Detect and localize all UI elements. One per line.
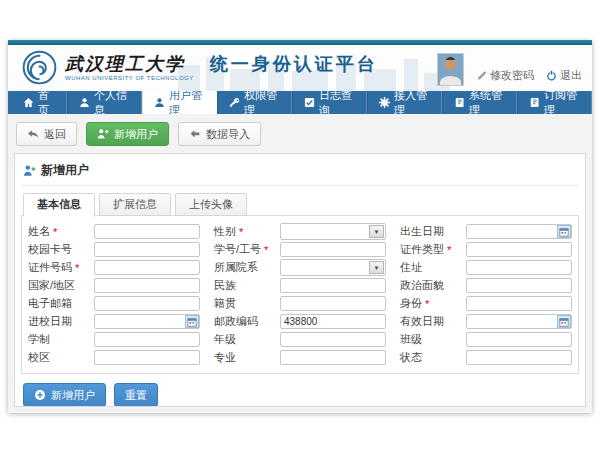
required-asterisk: * <box>75 262 79 274</box>
book-icon <box>529 97 540 108</box>
nav-item-label: 个人信息 <box>94 88 130 118</box>
gear-icon <box>379 97 390 108</box>
field-label: 姓名* <box>28 224 94 239</box>
key-icon <box>229 97 240 108</box>
field-label: 证件类型* <box>400 242 466 257</box>
nav-item-permission-management[interactable]: 权限管理 <box>217 91 292 114</box>
app-window: 武汉理工大学 WUHAN UNIVERSITY OF TECHNOLOGY 统一… <box>8 40 592 413</box>
campus-field[interactable] <box>94 350 200 365</box>
field-label: 所属院系 <box>214 260 280 275</box>
reset-button[interactable]: 重置 <box>114 383 158 407</box>
tab-extended-info[interactable]: 扩展信息 <box>99 193 171 216</box>
country-field[interactable] <box>94 278 200 293</box>
nav-item-access-management[interactable]: 接入管理 <box>367 91 442 114</box>
field-label: 学制 <box>28 332 94 347</box>
required-asterisk: * <box>447 244 451 256</box>
address-field[interactable] <box>466 260 572 275</box>
chevron-down-icon: ▼ <box>369 225 384 238</box>
avatar[interactable] <box>437 53 464 86</box>
add-user-toolbar-button[interactable]: 新增用户 <box>86 122 169 146</box>
nav-item-user-management[interactable]: 用户管理 <box>142 91 217 114</box>
header: 武汉理工大学 WUHAN UNIVERSITY OF TECHNOLOGY 统一… <box>8 45 592 91</box>
class-field[interactable] <box>466 332 572 347</box>
postal-code-field[interactable] <box>280 314 386 329</box>
form-field-row: 籍贯 <box>214 296 386 311</box>
required-asterisk: * <box>425 298 429 310</box>
home-icon <box>23 97 34 108</box>
nav-item-subscription-management[interactable]: 订阅管理 <box>517 91 592 114</box>
form-field-row: 学制 <box>28 332 200 347</box>
gender-select[interactable]: ▼ <box>280 223 386 240</box>
ethnicity-field[interactable] <box>280 278 386 293</box>
section-header: 新增用户 <box>21 159 579 186</box>
add-user-submit-button[interactable]: 新增用户 <box>23 383 106 407</box>
field-label: 国家/地区 <box>28 278 94 293</box>
nav-item-system-management[interactable]: 系统管理 <box>442 91 517 114</box>
form-field-row: 身份* <box>400 296 572 311</box>
email-field[interactable] <box>94 296 200 311</box>
field-label: 住址 <box>400 260 466 275</box>
nav-item-label: 用户管理 <box>169 88 205 118</box>
major-field[interactable] <box>280 350 386 365</box>
calendar-icon[interactable] <box>557 315 571 328</box>
political-status-field[interactable] <box>466 278 572 293</box>
form-field-row: 姓名* <box>28 224 200 239</box>
nav-item-label: 系统管理 <box>469 88 505 118</box>
tab-basic-info[interactable]: 基本信息 <box>23 193 95 217</box>
native-place-field[interactable] <box>280 296 386 311</box>
import-button[interactable]: 数据导入 <box>178 122 261 146</box>
form-field-row: 性别*▼ <box>214 224 386 239</box>
name-field[interactable] <box>94 224 200 239</box>
logout-link[interactable]: 退出 <box>546 68 582 83</box>
field-label: 进校日期 <box>28 314 94 329</box>
required-asterisk: * <box>239 226 243 238</box>
field-label: 证件号码* <box>28 260 94 275</box>
campus-card-field[interactable] <box>94 242 200 257</box>
calendar-icon[interactable] <box>185 315 199 328</box>
form-field-row: 专业 <box>214 350 386 365</box>
field-label: 有效日期 <box>400 314 466 329</box>
form-field-row: 年级 <box>214 332 386 347</box>
user-icon <box>154 97 165 108</box>
change-password-link[interactable]: 修改密码 <box>476 68 534 83</box>
field-label: 年级 <box>214 332 280 347</box>
nav-item-profile[interactable]: 个人信息 <box>67 91 142 114</box>
basic-info-form: 姓名*性别*▼出生日期校园卡号学号/工号*证件类型*证件号码*所属院系▼住址国家… <box>21 215 579 374</box>
form-field-row: 电子邮箱 <box>28 296 200 311</box>
calendar-icon[interactable] <box>557 225 571 238</box>
nav-item-label: 日志查询 <box>319 88 355 118</box>
main-nav: 首页个人信息用户管理权限管理日志查询接入管理系统管理订阅管理 <box>8 91 592 114</box>
id-type-field[interactable] <box>466 242 572 257</box>
field-label: 民族 <box>214 278 280 293</box>
form-field-row: 校区 <box>28 350 200 365</box>
user-icon <box>79 97 90 108</box>
form-field-row: 政治面貌 <box>400 278 572 293</box>
field-label: 状态 <box>400 350 466 365</box>
status-field[interactable] <box>466 350 572 365</box>
grade-field[interactable] <box>280 332 386 347</box>
power-icon <box>546 70 557 81</box>
field-label: 班级 <box>400 332 466 347</box>
id-number-field[interactable] <box>94 260 200 275</box>
form-field-row: 证件号码* <box>28 260 200 275</box>
nav-item-home[interactable]: 首页 <box>12 91 67 114</box>
university-name-block: 武汉理工大学 WUHAN UNIVERSITY OF TECHNOLOGY <box>65 54 194 81</box>
form-field-row: 出生日期 <box>400 224 572 239</box>
student-id-field[interactable] <box>280 242 386 257</box>
field-label: 政治面貌 <box>400 278 466 293</box>
nav-item-log-query[interactable]: 日志查询 <box>292 91 367 114</box>
back-button[interactable]: 返回 <box>16 122 77 146</box>
log-icon <box>304 97 315 108</box>
form-field-row: 有效日期 <box>400 314 572 329</box>
schooling-years-field[interactable] <box>94 332 200 347</box>
field-label: 出生日期 <box>400 224 466 239</box>
department-select[interactable]: ▼ <box>280 259 386 276</box>
identity-field[interactable] <box>466 296 572 311</box>
field-label: 专业 <box>214 350 280 365</box>
add-user-icon <box>97 128 109 140</box>
branding: 武汉理工大学 WUHAN UNIVERSITY OF TECHNOLOGY 统一… <box>22 50 378 85</box>
tab-upload-avatar[interactable]: 上传头像 <box>175 193 247 216</box>
form-field-row: 国家/地区 <box>28 278 200 293</box>
form-field-row: 班级 <box>400 332 572 347</box>
university-name-en: WUHAN UNIVERSITY OF TECHNOLOGY <box>65 75 194 81</box>
